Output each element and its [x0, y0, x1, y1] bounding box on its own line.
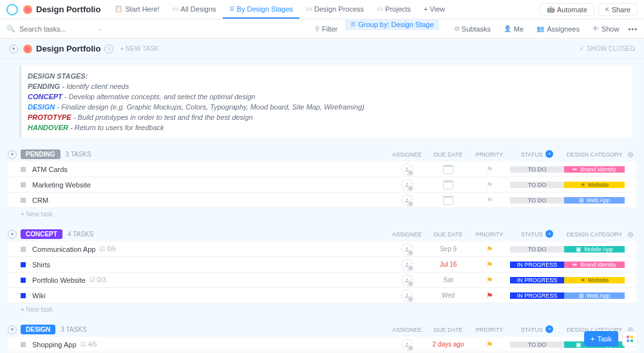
- group-pill[interactable]: CONCEPT: [21, 229, 62, 239]
- add-view-button[interactable]: + View: [417, 0, 451, 19]
- category-cell[interactable]: ✏Brand Identity: [564, 166, 625, 173]
- category-cell[interactable]: ✏Brand Identity: [564, 262, 625, 268]
- status-square[interactable]: [21, 182, 26, 187]
- status-cell[interactable]: TO DO: [510, 341, 564, 348]
- priority-cell[interactable]: ⚑: [469, 276, 510, 285]
- task-row[interactable]: ATM Cards ⚑ TO DO ✏Brand Identity: [8, 162, 636, 177]
- col-priority[interactable]: PRIORITY: [469, 327, 510, 333]
- collapse-toggle[interactable]: ▾: [8, 230, 17, 239]
- tab-projects[interactable]: ▭Projects: [370, 0, 417, 19]
- chevron-down-icon[interactable]: ⌄: [97, 24, 102, 33]
- due-cell[interactable]: [428, 180, 469, 189]
- assignees-button[interactable]: 👥Assignees: [531, 23, 585, 35]
- task-row[interactable]: Communication App ☑ 0/6 Sep 9 ⚑ TO DO ▣M…: [8, 242, 636, 257]
- status-cell[interactable]: TO DO: [510, 166, 564, 173]
- col-priority[interactable]: PRIORITY: [469, 151, 510, 158]
- col-assignee[interactable]: ASSIGNEE: [386, 151, 428, 158]
- col-status[interactable]: STATUS +: [510, 151, 564, 158]
- col-assignee[interactable]: ASSIGNEE: [386, 231, 428, 238]
- category-cell[interactable]: ⊞Web App: [564, 197, 625, 204]
- more-button[interactable]: •••: [628, 25, 638, 33]
- status-cell[interactable]: IN PROGRESS: [510, 262, 564, 268]
- tab-all-designs[interactable]: ▭All Designs: [166, 0, 223, 19]
- assignee-avatar[interactable]: [401, 164, 413, 175]
- new-task-button[interactable]: + NEW TASK: [120, 45, 158, 52]
- col-priority[interactable]: PRIORITY: [469, 231, 510, 238]
- status-square[interactable]: [21, 293, 26, 298]
- status-square[interactable]: [21, 262, 26, 267]
- col-due[interactable]: DUE DATE: [428, 327, 469, 333]
- task-name[interactable]: Shopping App: [32, 341, 77, 348]
- group-pill[interactable]: DESIGN: [21, 325, 55, 334]
- assignee-cell[interactable]: [386, 290, 428, 301]
- due-cell[interactable]: Sat: [428, 276, 469, 283]
- group-by-button[interactable]: ≣Group by: Design Stage: [345, 19, 439, 30]
- due-cell[interactable]: Wed: [428, 292, 469, 299]
- col-status[interactable]: STATUS +: [510, 231, 564, 238]
- add-column-button[interactable]: ⊕: [625, 230, 636, 239]
- due-cell[interactable]: 2 days ago: [428, 341, 469, 348]
- info-icon[interactable]: i: [104, 44, 113, 53]
- priority-cell[interactable]: ⚑: [469, 180, 510, 189]
- priority-cell[interactable]: ⚑: [469, 196, 510, 205]
- tab-by-design-stages[interactable]: ≣By Design Stages: [223, 0, 299, 19]
- task-row[interactable]: Portfolio Website ☑ 0/3 Sat ⚑ IN PROGRES…: [8, 272, 636, 288]
- due-cell[interactable]: [428, 165, 469, 174]
- assignee-avatar[interactable]: [401, 179, 413, 191]
- task-name[interactable]: Portfolio Website: [32, 276, 86, 284]
- assignee-cell[interactable]: [386, 339, 428, 350]
- me-button[interactable]: 👤Me: [498, 23, 529, 35]
- new-task-row[interactable]: + New task: [8, 303, 636, 313]
- status-square[interactable]: [21, 278, 26, 283]
- assignee-cell[interactable]: [386, 179, 428, 191]
- task-name[interactable]: ATM Cards: [32, 166, 68, 173]
- status-cell[interactable]: IN PROGRESS: [510, 277, 564, 283]
- plus-icon[interactable]: +: [545, 150, 553, 158]
- priority-cell[interactable]: ⚑: [469, 245, 510, 254]
- app-switcher-button[interactable]: [622, 331, 638, 347]
- assignee-cell[interactable]: [386, 259, 428, 271]
- priority-cell[interactable]: ⚑: [469, 165, 510, 174]
- new-task-row[interactable]: + New task: [8, 208, 636, 218]
- subtask-count[interactable]: ☑ 0/3: [90, 276, 106, 283]
- collapse-toggle[interactable]: ▾: [8, 150, 17, 159]
- status-square[interactable]: [21, 167, 26, 172]
- status-cell[interactable]: TO DO: [510, 197, 564, 204]
- task-row[interactable]: CRM ⚑ TO DO ⊞Web App: [8, 193, 636, 208]
- description-box[interactable]: DESIGN STAGES: PENDING - Identify client…: [19, 66, 632, 138]
- assignee-cell[interactable]: [386, 243, 428, 255]
- col-due[interactable]: DUE DATE: [428, 231, 469, 238]
- tab-design-process[interactable]: ▭Design Process: [299, 0, 370, 19]
- task-row[interactable]: Wiki Wed ⚑ IN PROGRESS ⊞Web App: [8, 288, 636, 303]
- subtask-count[interactable]: ☑ 0/6: [99, 245, 116, 253]
- task-name[interactable]: Shirts: [32, 261, 50, 269]
- category-cell[interactable]: ⊞Web App: [564, 292, 625, 299]
- app-logo[interactable]: [6, 4, 18, 15]
- collapse-toggle[interactable]: ▾: [9, 44, 18, 53]
- group-pill[interactable]: PENDING: [21, 149, 61, 159]
- assignee-cell[interactable]: [386, 164, 428, 175]
- assignee-avatar[interactable]: [401, 274, 413, 286]
- col-status[interactable]: STATUS +: [510, 326, 564, 334]
- assignee-avatar[interactable]: [401, 290, 413, 301]
- plus-icon[interactable]: +: [545, 230, 553, 238]
- col-assignee[interactable]: ASSIGNEE: [386, 327, 428, 333]
- status-cell[interactable]: IN PROGRESS: [510, 292, 564, 299]
- status-cell[interactable]: TO DO: [510, 246, 564, 253]
- plus-icon[interactable]: +: [545, 325, 553, 333]
- category-cell[interactable]: ☀Website: [564, 182, 625, 188]
- col-category[interactable]: DESIGN CATEGORY: [564, 151, 625, 158]
- assignee-cell[interactable]: [386, 195, 428, 206]
- priority-cell[interactable]: ⚑: [469, 340, 510, 349]
- show-closed-button[interactable]: ✓SHOW CLOSED: [579, 45, 635, 52]
- show-button[interactable]: 👁Show: [587, 23, 625, 35]
- assignee-avatar[interactable]: [401, 243, 413, 255]
- task-name[interactable]: Communication App: [32, 245, 95, 253]
- status-square[interactable]: [21, 198, 26, 203]
- share-button[interactable]: <Share: [598, 3, 638, 16]
- assignee-avatar[interactable]: [401, 195, 413, 206]
- filter-button[interactable]: ⚲Filter: [310, 23, 343, 35]
- status-cell[interactable]: TO DO: [510, 182, 564, 188]
- category-cell[interactable]: ☀Website: [564, 277, 625, 283]
- task-row[interactable]: Shirts Jul 16 ⚑ IN PROGRESS ✏Brand Ident…: [8, 257, 636, 272]
